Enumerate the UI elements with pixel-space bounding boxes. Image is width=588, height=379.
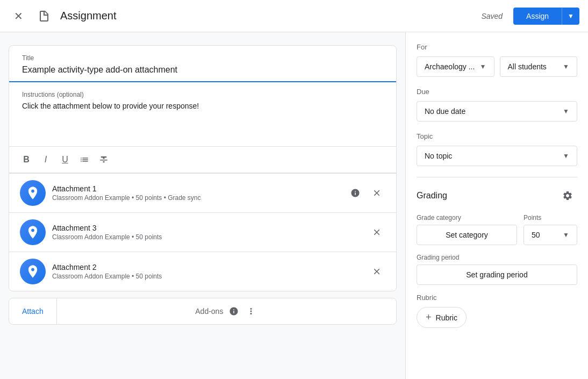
attachment-actions-2	[368, 263, 385, 280]
points-dropdown[interactable]: 50 ▼	[524, 225, 577, 245]
topic-value: No topic	[425, 152, 452, 160]
points-label: Points	[524, 214, 577, 221]
students-dropdown-chevron: ▼	[563, 63, 569, 70]
text-toolbar: B I U	[9, 147, 396, 173]
addons-label: Add-ons	[195, 307, 223, 316]
divider	[417, 177, 577, 177]
doc-icon	[34, 6, 54, 26]
due-section: Due No due date ▼	[417, 88, 577, 121]
main-layout: Title Instructions (optional) Click the …	[0, 32, 588, 379]
attachment-info-button-1[interactable]	[347, 184, 364, 202]
addons-more-button[interactable]	[245, 305, 257, 318]
attachment-info-1: Attachment 1 Classroom Addon Example • 5…	[52, 184, 340, 202]
attachment-actions-1	[347, 184, 385, 202]
grade-category-label: Grade category	[417, 214, 517, 221]
header: ✕ Assignment Saved Assign ▼	[0, 0, 588, 32]
topic-label: Topic	[417, 132, 577, 140]
close-button[interactable]: ✕	[9, 6, 28, 26]
attachment-remove-button-1[interactable]	[368, 184, 385, 202]
attachment-item: Attachment 2 Classroom Addon Example • 5…	[9, 252, 396, 291]
points-chevron: ▼	[563, 231, 569, 239]
attachment-remove-button-3[interactable]	[368, 224, 385, 241]
title-section: Title	[9, 46, 396, 82]
assignment-card: Title Instructions (optional) Click the …	[9, 45, 397, 291]
attachment-info-3: Attachment 3 Classroom Addon Example • 5…	[52, 224, 362, 241]
assign-button-group: Assign ▼	[513, 8, 579, 25]
rubric-label: Rubric	[417, 294, 577, 302]
attachment-meta-1: Classroom Addon Example • 50 points • Gr…	[52, 194, 340, 202]
underline-button[interactable]: U	[56, 151, 74, 168]
attachment-icon-2	[20, 259, 46, 284]
addons-info-button[interactable]	[227, 305, 240, 318]
for-section: For Archaeology ... ▼ All students ▼	[417, 43, 577, 77]
attachment-icon-3	[20, 219, 46, 245]
add-rubric-button[interactable]: + Rubric	[417, 307, 467, 328]
attachment-meta-3: Classroom Addon Example • 50 points	[52, 233, 362, 241]
grading-settings-button[interactable]	[558, 186, 577, 205]
italic-button[interactable]: I	[37, 151, 54, 168]
due-date-value: No due date	[425, 107, 465, 116]
right-panel: For Archaeology ... ▼ All students ▼ Due…	[405, 32, 588, 379]
for-label: For	[417, 43, 577, 51]
attachment-icon-1	[20, 180, 46, 206]
instructions-section: Instructions (optional) Click the attach…	[9, 82, 396, 147]
title-label: Title	[22, 54, 383, 62]
instructions-label: Instructions (optional)	[22, 91, 383, 98]
grade-fields: Grade category Set category Points 50 ▼	[417, 214, 577, 245]
saved-status: Saved	[481, 12, 503, 20]
class-dropdown[interactable]: Archaeology ... ▼	[417, 56, 494, 77]
page-title: Assignment	[60, 10, 475, 22]
topic-dropdown[interactable]: No topic ▼	[417, 146, 577, 166]
grading-header: Grading	[417, 186, 577, 205]
grading-title: Grading	[417, 191, 447, 201]
bottom-toolbar: Attach Add-ons	[9, 298, 397, 325]
assign-button[interactable]: Assign	[513, 8, 562, 25]
attachment-actions-3	[368, 224, 385, 241]
close-icon: ✕	[14, 10, 23, 23]
students-value: All students	[508, 62, 547, 71]
topic-chevron: ▼	[563, 152, 569, 160]
for-dropdown-row: Archaeology ... ▼ All students ▼	[417, 56, 577, 77]
set-category-button[interactable]: Set category	[417, 225, 517, 245]
grade-category-column: Grade category Set category	[417, 214, 517, 245]
grading-period-section: Grading period Set grading period	[417, 254, 577, 285]
attachment-item: Attachment 3 Classroom Addon Example • 5…	[9, 212, 396, 252]
due-date-dropdown[interactable]: No due date ▼	[417, 101, 577, 121]
list-button[interactable]	[76, 151, 93, 168]
assign-dropdown-button[interactable]: ▼	[562, 8, 579, 25]
strikethrough-button[interactable]	[95, 151, 112, 168]
attachment-name-3: Attachment 3	[52, 224, 362, 232]
attachment-name-1: Attachment 1	[52, 184, 340, 193]
attachment-item: Attachment 1 Classroom Addon Example • 5…	[9, 173, 396, 212]
attachment-meta-2: Classroom Addon Example • 50 points	[52, 273, 362, 280]
plus-icon: +	[426, 312, 432, 323]
points-column: Points 50 ▼	[524, 214, 577, 245]
instructions-text[interactable]: Click the attachment below to provide yo…	[22, 102, 383, 110]
attachment-name-2: Attachment 2	[52, 263, 362, 271]
left-panel: Title Instructions (optional) Click the …	[0, 32, 405, 379]
attach-button[interactable]: Attach	[9, 298, 56, 324]
addons-section: Add-ons	[56, 298, 396, 324]
bold-button[interactable]: B	[18, 151, 35, 168]
topic-section: Topic No topic ▼	[417, 132, 577, 166]
due-label: Due	[417, 88, 577, 96]
points-value: 50	[532, 231, 540, 239]
grading-period-label: Grading period	[417, 254, 577, 261]
attachment-info-2: Attachment 2 Classroom Addon Example • 5…	[52, 263, 362, 280]
class-dropdown-chevron: ▼	[480, 63, 486, 70]
add-rubric-label: Rubric	[436, 313, 457, 322]
set-grading-period-button[interactable]: Set grading period	[417, 264, 577, 285]
title-input[interactable]	[22, 65, 383, 75]
chevron-down-icon: ▼	[568, 12, 574, 20]
students-dropdown[interactable]: All students ▼	[500, 56, 578, 77]
due-date-chevron: ▼	[563, 108, 569, 115]
rubric-section: Rubric + Rubric	[417, 294, 577, 328]
attachment-remove-button-2[interactable]	[368, 263, 385, 280]
class-value: Archaeology ...	[425, 62, 475, 71]
